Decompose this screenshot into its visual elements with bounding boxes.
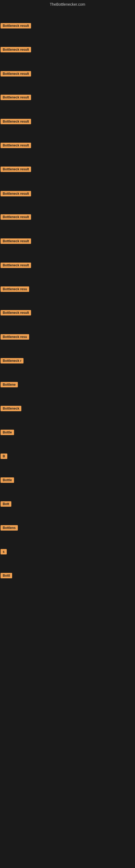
bottleneck-result-18: Bottle: [1, 430, 14, 436]
bottleneck-badge-13: Bottleneck result: [1, 310, 31, 315]
bottleneck-badge-22: Bottlens: [1, 525, 18, 531]
bottleneck-result-20: Bottle: [1, 477, 14, 484]
bottleneck-badge-11: Bottleneck result: [1, 262, 31, 268]
bottleneck-result-2: Bottleneck result: [1, 47, 31, 54]
bottleneck-result-11: Bottleneck result: [1, 262, 31, 269]
site-title: TheBottlenecker.com: [0, 0, 135, 8]
bottleneck-result-16: Bottlene: [1, 382, 18, 389]
bottleneck-badge-21: Bott: [1, 501, 11, 507]
bottleneck-badge-1: Bottleneck result: [1, 23, 31, 29]
bottleneck-badge-23: s: [1, 549, 7, 554]
bottleneck-result-19: B: [1, 454, 7, 460]
results-container: Bottleneck resultBottleneck resultBottle…: [0, 8, 135, 868]
bottleneck-result-6: Bottleneck result: [1, 143, 31, 149]
bottleneck-result-17: Bottleneck: [1, 406, 21, 412]
bottleneck-result-5: Bottleneck result: [1, 119, 31, 125]
bottleneck-result-8: Bottleneck result: [1, 191, 31, 197]
bottleneck-badge-20: Bottle: [1, 477, 14, 483]
bottleneck-badge-15: Bottleneck r: [1, 358, 24, 364]
bottleneck-result-9: Bottleneck result: [1, 214, 31, 221]
bottleneck-result-14: Bottleneck resu: [1, 334, 29, 341]
bottleneck-result-10: Bottleneck result: [1, 239, 31, 245]
bottleneck-badge-8: Bottleneck result: [1, 191, 31, 196]
bottleneck-badge-3: Bottleneck result: [1, 71, 31, 76]
bottleneck-badge-10: Bottleneck result: [1, 239, 31, 244]
bottleneck-result-12: Bottleneck resu: [1, 286, 29, 293]
bottleneck-badge-16: Bottlene: [1, 382, 18, 388]
bottleneck-badge-6: Bottleneck result: [1, 143, 31, 148]
bottleneck-badge-5: Bottleneck result: [1, 119, 31, 124]
bottleneck-badge-7: Bottleneck result: [1, 166, 31, 172]
bottleneck-result-22: Bottlens: [1, 525, 18, 532]
bottleneck-result-4: Bottleneck result: [1, 95, 31, 101]
bottleneck-badge-2: Bottleneck result: [1, 47, 31, 52]
bottleneck-result-23: s: [1, 549, 7, 556]
bottleneck-result-7: Bottleneck result: [1, 166, 31, 173]
bottleneck-badge-24: Bottl: [1, 573, 12, 578]
bottleneck-badge-4: Bottleneck result: [1, 95, 31, 100]
bottleneck-result-3: Bottleneck result: [1, 71, 31, 78]
bottleneck-result-1: Bottleneck result: [1, 23, 31, 30]
bottleneck-badge-9: Bottleneck result: [1, 214, 31, 220]
bottleneck-badge-14: Bottleneck resu: [1, 334, 29, 340]
bottleneck-badge-19: B: [1, 454, 7, 459]
bottleneck-badge-12: Bottleneck resu: [1, 286, 29, 292]
site-header: TheBottlenecker.com: [0, 0, 135, 8]
bottleneck-result-21: Bott: [1, 501, 11, 508]
bottleneck-result-24: Bottl: [1, 573, 12, 579]
bottleneck-result-15: Bottleneck r: [1, 358, 24, 365]
bottleneck-badge-17: Bottleneck: [1, 406, 21, 411]
bottleneck-badge-18: Bottle: [1, 430, 14, 435]
bottleneck-result-13: Bottleneck result: [1, 310, 31, 316]
